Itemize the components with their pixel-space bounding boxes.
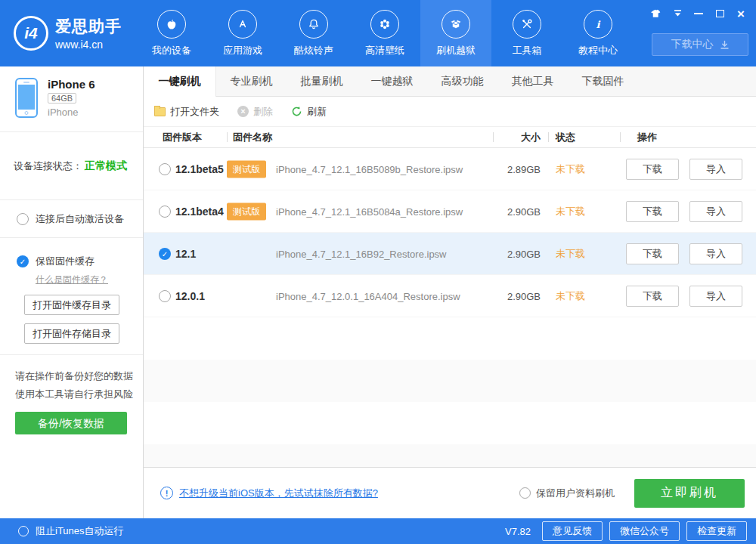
tab-other-tools[interactable]: 其他工具 — [497, 66, 568, 96]
firmware-size: 2.90GB — [469, 290, 541, 301]
auto-activate-radio[interactable] — [17, 213, 29, 225]
refresh-label: 刷新 — [307, 105, 327, 119]
firmware-status: 未下载 — [556, 162, 585, 176]
block-itunes-radio[interactable] — [18, 526, 29, 536]
nav-item-ringtones[interactable]: 酷炫铃声 — [278, 0, 349, 66]
maximize-icon[interactable] — [711, 6, 729, 21]
refresh-icon — [291, 106, 302, 117]
col-status: 状态 — [556, 131, 575, 144]
app-subtitle: www.i4.cn — [55, 39, 122, 51]
firmware-size: 2.89GB — [469, 163, 541, 175]
col-firmware-name: 固件名称 — [233, 131, 272, 144]
app-title: 爱思助手 — [55, 16, 122, 37]
delete-button[interactable]: × 删除 — [237, 105, 273, 119]
download-button[interactable]: 下载 — [626, 159, 679, 180]
download-icon — [720, 40, 730, 50]
device-info: iPhone 6 64GB iPhone — [48, 78, 95, 131]
nav-item-toolbox[interactable]: 工具箱 — [491, 0, 562, 66]
nav-item-tutorials[interactable]: i 教程中心 — [562, 0, 634, 66]
firmware-row[interactable]: 12.0.1 iPhone_4.7_12.0.1_16A404_Restore.… — [144, 275, 756, 317]
dropdown-icon[interactable] — [668, 6, 686, 21]
open-box-icon — [442, 10, 470, 39]
firmware-status: 未下载 — [556, 247, 585, 261]
keep-user-data-radio[interactable] — [519, 487, 531, 499]
check-update-button[interactable]: 检查更新 — [686, 521, 747, 541]
device-panel: iPhone 6 64GB iPhone — [0, 66, 143, 132]
firmware-version: 12.1beta4 — [175, 206, 224, 218]
tab-batch-flash[interactable]: 批量刷机 — [287, 66, 357, 96]
open-storage-dir-button[interactable]: 打开固件存储目录 — [24, 323, 119, 344]
erase-tip: ! 不想升级当前iOS版本，先试试抹除所有数据? — [160, 487, 378, 500]
main-panel: 一键刷机 专业刷机 批量刷机 一键越狱 高级功能 其他工具 下载固件 打开文件夹… — [144, 66, 756, 518]
row-radio[interactable] — [159, 290, 171, 302]
import-button[interactable]: 导入 — [689, 286, 742, 307]
firmware-row-selected[interactable]: ✓ 12.1 iPhone_4.7_12.1_16B92_Restore.ips… — [144, 233, 756, 275]
open-folder-button[interactable]: 打开文件夹 — [154, 105, 219, 119]
firmware-name: iPhone_4.7_12.1_16B5084a_Restore.ipsw — [276, 206, 463, 217]
wechat-button[interactable]: 微信公众号 — [609, 521, 680, 541]
flower-icon — [370, 10, 399, 39]
download-center-label: 下载中心 — [671, 38, 714, 51]
tools-icon — [513, 10, 541, 39]
erase-all-data-link[interactable]: 不想升级当前iOS版本，先试试抹除所有数据? — [179, 487, 378, 500]
nav-label: 我的设备 — [152, 44, 191, 57]
row-radio[interactable] — [159, 206, 171, 218]
row-radio-checked[interactable]: ✓ — [159, 248, 171, 260]
download-button[interactable]: 下载 — [626, 286, 679, 307]
tab-one-click-flash[interactable]: 一键刷机 — [144, 66, 216, 97]
import-button[interactable]: 导入 — [689, 243, 742, 264]
minimize-icon[interactable] — [689, 6, 708, 21]
firmware-name: iPhone_4.7_12.1_16B5089b_Restore.ipsw — [276, 163, 463, 175]
import-button[interactable]: 导入 — [689, 159, 742, 180]
tab-advanced[interactable]: 高级功能 — [427, 66, 497, 96]
iphone-icon — [15, 78, 38, 118]
col-size: 大小 — [469, 131, 541, 144]
tab-one-click-jailbreak[interactable]: 一键越狱 — [357, 66, 427, 96]
firmware-row[interactable]: 12.1beta4 测试版 iPhone_4.7_12.1_16B5084a_R… — [144, 190, 756, 233]
auto-activate-label: 连接后自动激活设备 — [36, 212, 124, 226]
col-action: 操作 — [637, 131, 657, 144]
download-button[interactable]: 下载 — [626, 201, 679, 222]
firmware-name: iPhone_4.7_12.0.1_16A404_Restore.ipsw — [276, 290, 460, 301]
nav-label: 刷机越狱 — [436, 44, 476, 57]
open-folder-label: 打开文件夹 — [170, 105, 219, 119]
keep-cache-checkbox[interactable]: ✓ — [17, 255, 29, 267]
warning-line-2: 使用本工具请自行承担风险 — [15, 385, 143, 403]
info-icon: i — [584, 10, 612, 39]
table-header: 固件版本 固件名称 大小 状态 操作 — [144, 127, 756, 148]
flash-now-button[interactable]: 立即刷机 — [634, 479, 745, 508]
firmware-version: 12.0.1 — [175, 290, 205, 302]
nav-item-flash-jailbreak[interactable]: 刷机越狱 — [420, 0, 491, 66]
svg-text:i: i — [596, 18, 601, 29]
open-cache-dir-button[interactable]: 打开固件缓存目录 — [24, 295, 119, 315]
keep-cache-option[interactable]: ✓ 保留固件缓存 — [17, 255, 143, 268]
close-icon[interactable]: × — [732, 6, 750, 21]
download-center-button[interactable]: 下载中心 — [652, 33, 748, 56]
nav-label: 教程中心 — [578, 44, 618, 57]
info-exclamation-icon: ! — [160, 487, 173, 499]
cache-help-link[interactable]: 什么是固件缓存？ — [36, 274, 108, 286]
import-button[interactable]: 导入 — [689, 201, 742, 222]
auto-activate-option[interactable]: 连接后自动激活设备 — [0, 200, 143, 238]
nav-item-wallpapers[interactable]: 高清壁纸 — [349, 0, 420, 66]
download-button[interactable]: 下载 — [626, 243, 679, 264]
keep-user-data-option[interactable]: 保留用户资料刷机 — [519, 487, 615, 500]
connection-status: 正常模式 — [85, 159, 127, 173]
bell-icon — [299, 10, 328, 39]
nav-item-apps-games[interactable]: 应用游戏 — [207, 0, 278, 66]
refresh-button[interactable]: 刷新 — [291, 105, 327, 119]
skin-icon[interactable] — [647, 6, 665, 21]
empty-rows-area — [144, 317, 756, 467]
nav-item-my-devices[interactable]: 我的设备 — [136, 0, 207, 66]
tab-download-firmware[interactable]: 下载固件 — [568, 66, 638, 96]
backup-restore-button[interactable]: 备份/恢复数据 — [15, 412, 127, 434]
firmware-size: 2.90GB — [469, 206, 541, 217]
firmware-name: iPhone_4.7_12.1_16B92_Restore.ipsw — [276, 248, 447, 259]
feedback-button[interactable]: 意见反馈 — [542, 521, 603, 541]
tab-bar: 一键刷机 专业刷机 批量刷机 一键越狱 高级功能 其他工具 下载固件 — [144, 66, 756, 97]
firmware-cache-panel: ✓ 保留固件缓存 什么是固件缓存？ 打开固件缓存目录 打开固件存储目录 — [0, 238, 143, 355]
firmware-row[interactable]: 12.1beta5 测试版 iPhone_4.7_12.1_16B5089b_R… — [144, 148, 756, 190]
row-radio[interactable] — [159, 163, 171, 175]
block-itunes-label: 阻止iTunes自动运行 — [36, 524, 124, 538]
tab-pro-flash[interactable]: 专业刷机 — [216, 66, 287, 96]
